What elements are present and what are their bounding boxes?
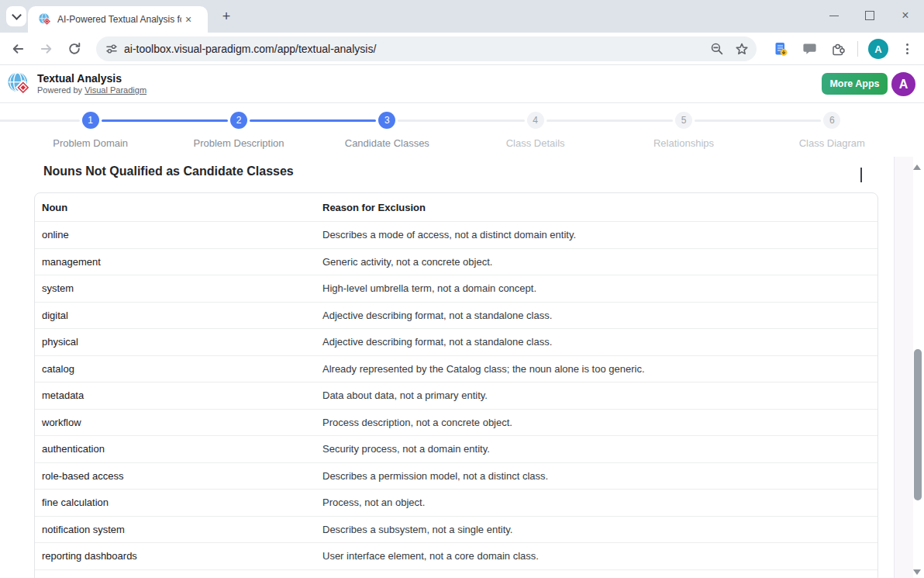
user-avatar[interactable]: A [891, 72, 915, 96]
table-row: notification system Describes a subsyste… [35, 516, 877, 543]
back-arrow-icon [11, 42, 25, 56]
reason-cell: Generic activity, not a concrete object. [322, 256, 877, 268]
close-window-button[interactable]: × [898, 8, 913, 23]
tab-close-icon[interactable]: × [181, 12, 195, 26]
step-number-badge: 2 [230, 112, 247, 129]
scrollbar-track[interactable] [895, 157, 913, 578]
nouns-table: Noun Reason for Exclusion online Describ… [34, 192, 878, 578]
close-icon: × [902, 9, 908, 22]
stepper-step[interactable]: 4 Class Details [461, 103, 609, 159]
noun-cell: reporting dashboards [35, 550, 322, 562]
minimize-button[interactable] [826, 8, 842, 23]
window-controls: × [826, 8, 913, 23]
visual-paradigm-link[interactable]: Visual Paradigm [84, 85, 147, 95]
toolbar-separator [857, 41, 858, 57]
wizard-stepper: 1 Problem Domain 2 Problem Description 3… [16, 103, 906, 159]
tab-strip: AI-Powered Textual Analysis for × + × [0, 0, 924, 33]
visual-paradigm-logo [8, 72, 31, 95]
step-number-badge: 5 [675, 112, 692, 129]
noun-cell: role-based access [35, 470, 322, 482]
reason-cell: Process description, not a concrete obje… [322, 417, 877, 428]
reason-cell: Adjective describing format, not a stand… [322, 336, 877, 348]
browser-tab[interactable]: AI-Powered Textual Analysis for × [28, 6, 208, 33]
browser-profile-avatar[interactable]: A [868, 39, 888, 59]
zoom-out-icon[interactable] [710, 42, 724, 56]
table-row: workflow Process description, not a conc… [35, 409, 877, 436]
table-row: reporting dashboards User interface elem… [35, 542, 877, 569]
minimize-icon [829, 16, 839, 16]
table-header-row: Noun Reason for Exclusion [35, 193, 877, 221]
section-title: Nouns Not Qualified as Candidate Classes [43, 164, 294, 178]
table-row: catalog Already represented by the Catal… [35, 355, 877, 382]
reason-cell: Describes a mode of access, not a distin… [322, 229, 877, 241]
scrollbar-thumb[interactable] [914, 349, 922, 500]
step-label: Relationships [653, 137, 714, 149]
reload-button[interactable] [64, 38, 85, 60]
tab-search-button[interactable] [6, 6, 26, 26]
forward-arrow-icon [40, 42, 53, 56]
step-label: Problem Description [193, 137, 284, 149]
table-row: system High-level umbrella term, not a d… [35, 275, 877, 302]
stepper-connector [0, 119, 80, 122]
noun-cell: authentication [35, 443, 322, 455]
site-settings-tune-icon[interactable] [105, 43, 118, 55]
noun-cell: workflow [35, 417, 322, 428]
stepper-connector [398, 119, 524, 122]
tab-title: AI-Powered Textual Analysis for [57, 14, 181, 25]
section-collapse-button[interactable] [860, 168, 871, 178]
column-header-noun: Noun [35, 202, 322, 213]
stepper-step[interactable]: 3 Candidate Classes [313, 103, 461, 159]
table-row: role-based access Describes a permission… [35, 462, 877, 490]
bookmark-star-icon[interactable] [735, 42, 749, 56]
reason-cell: Describes a subsystem, not a single enti… [322, 524, 877, 535]
forward-button[interactable] [36, 38, 57, 60]
stepper-connector [102, 119, 228, 122]
powered-by-text: Powered by [37, 85, 82, 95]
stepper-step[interactable]: 2 Problem Description [164, 103, 312, 159]
browser-menu-kebab-icon[interactable] [898, 39, 916, 59]
table-row: authentication Security process, not a d… [35, 435, 877, 462]
maximize-button[interactable] [862, 8, 877, 23]
noun-cell: notification system [35, 524, 322, 535]
maximize-icon [865, 11, 874, 20]
reason-cell: User interface element, not a core domai… [322, 550, 877, 562]
table-row: management Generic activity, not a concr… [35, 248, 877, 275]
more-apps-button[interactable]: More Apps [822, 73, 888, 95]
scroll-down-arrow-icon[interactable] [913, 569, 921, 575]
page-scrollbar [894, 157, 924, 578]
stepper-step[interactable]: 5 Relationships [609, 103, 757, 159]
stepper-connector [695, 119, 821, 122]
step-number-badge: 6 [823, 112, 840, 129]
extensions-puzzle-icon[interactable] [829, 40, 847, 58]
reason-cell: Security process, not a domain entity. [322, 443, 877, 455]
column-header-reason: Reason for Exclusion [322, 202, 877, 213]
chat-feedback-icon[interactable] [800, 40, 819, 58]
reason-cell: Describes a permission model, not a dist… [322, 470, 877, 482]
step-number-badge: 1 [82, 112, 99, 129]
noun-cell: catalog [35, 363, 322, 375]
step-number-badge: 3 [378, 112, 395, 129]
address-bar[interactable]: ai-toolbox.visual-paradigm.com/app/textu… [96, 36, 757, 61]
noun-cell: fine calculation [35, 497, 322, 508]
step-label: Problem Domain [53, 137, 128, 149]
scroll-up-arrow-icon[interactable] [913, 164, 921, 170]
reason-cell: Adjective describing format, not a stand… [322, 310, 877, 321]
stepper-step[interactable]: 1 Problem Domain [16, 103, 164, 159]
chevron-down-icon [12, 10, 22, 20]
new-tab-button[interactable]: + [218, 8, 235, 25]
powered-by: Powered by Visual Paradigm [37, 85, 147, 95]
app-header: Textual Analysis Powered by Visual Parad… [0, 65, 924, 103]
reason-cell: Already represented by the Catalog class… [322, 363, 877, 375]
reading-list-docs-icon[interactable] [771, 40, 790, 58]
noun-cell: management [35, 256, 322, 268]
url-text[interactable]: ai-toolbox.visual-paradigm.com/app/textu… [124, 43, 710, 55]
noun-cell: online [35, 229, 322, 241]
table-row: physical Adjective describing format, no… [35, 328, 877, 355]
app-title: Textual Analysis [37, 72, 122, 85]
noun-cell: system [35, 282, 322, 294]
omnibox-actions [710, 42, 749, 56]
stepper-step[interactable]: 6 Class Diagram [758, 103, 906, 159]
noun-cell: physical [35, 336, 322, 348]
table-row: digital Adjective describing format, not… [35, 302, 877, 329]
back-button[interactable] [7, 38, 29, 60]
